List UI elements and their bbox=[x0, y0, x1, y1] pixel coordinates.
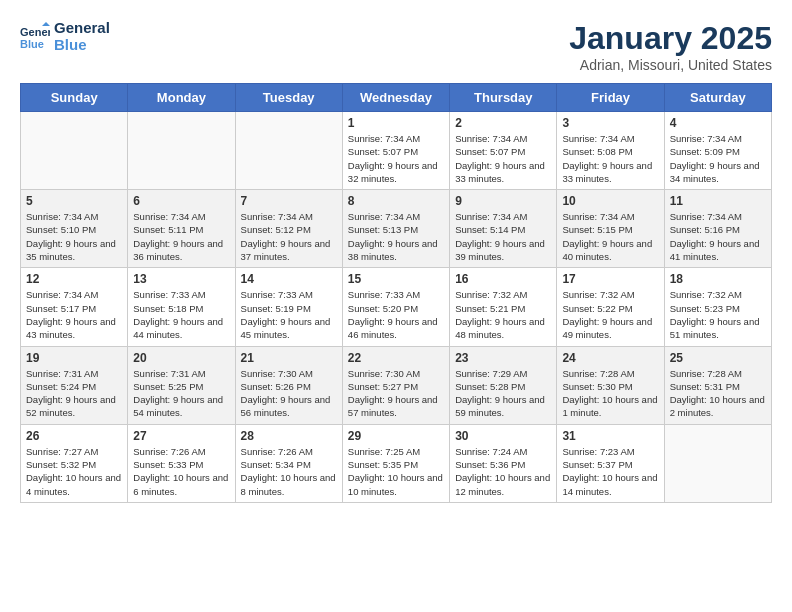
calendar-day-cell: 18Sunrise: 7:32 AM Sunset: 5:23 PM Dayli… bbox=[664, 268, 771, 346]
day-detail: Sunrise: 7:26 AM Sunset: 5:33 PM Dayligh… bbox=[133, 445, 229, 498]
day-of-week-header: Saturday bbox=[664, 84, 771, 112]
day-detail: Sunrise: 7:31 AM Sunset: 5:25 PM Dayligh… bbox=[133, 367, 229, 420]
svg-text:Blue: Blue bbox=[20, 38, 44, 50]
calendar-day-cell: 6Sunrise: 7:34 AM Sunset: 5:11 PM Daylig… bbox=[128, 190, 235, 268]
calendar-day-cell: 31Sunrise: 7:23 AM Sunset: 5:37 PM Dayli… bbox=[557, 424, 664, 502]
day-detail: Sunrise: 7:28 AM Sunset: 5:30 PM Dayligh… bbox=[562, 367, 658, 420]
day-detail: Sunrise: 7:34 AM Sunset: 5:12 PM Dayligh… bbox=[241, 210, 337, 263]
calendar-day-cell: 5Sunrise: 7:34 AM Sunset: 5:10 PM Daylig… bbox=[21, 190, 128, 268]
day-detail: Sunrise: 7:32 AM Sunset: 5:23 PM Dayligh… bbox=[670, 288, 766, 341]
day-detail: Sunrise: 7:34 AM Sunset: 5:10 PM Dayligh… bbox=[26, 210, 122, 263]
logo-icon: General Blue bbox=[20, 22, 50, 52]
day-number: 1 bbox=[348, 116, 444, 130]
day-detail: Sunrise: 7:34 AM Sunset: 5:11 PM Dayligh… bbox=[133, 210, 229, 263]
day-of-week-header: Thursday bbox=[450, 84, 557, 112]
svg-marker-2 bbox=[42, 22, 50, 26]
calendar-day-cell: 7Sunrise: 7:34 AM Sunset: 5:12 PM Daylig… bbox=[235, 190, 342, 268]
day-number: 10 bbox=[562, 194, 658, 208]
day-detail: Sunrise: 7:34 AM Sunset: 5:13 PM Dayligh… bbox=[348, 210, 444, 263]
day-number: 3 bbox=[562, 116, 658, 130]
day-number: 25 bbox=[670, 351, 766, 365]
day-number: 12 bbox=[26, 272, 122, 286]
calendar-day-cell: 26Sunrise: 7:27 AM Sunset: 5:32 PM Dayli… bbox=[21, 424, 128, 502]
month-title: January 2025 bbox=[569, 20, 772, 57]
day-detail: Sunrise: 7:34 AM Sunset: 5:17 PM Dayligh… bbox=[26, 288, 122, 341]
calendar-week-row: 1Sunrise: 7:34 AM Sunset: 5:07 PM Daylig… bbox=[21, 112, 772, 190]
day-number: 21 bbox=[241, 351, 337, 365]
day-number: 6 bbox=[133, 194, 229, 208]
day-detail: Sunrise: 7:34 AM Sunset: 5:07 PM Dayligh… bbox=[348, 132, 444, 185]
calendar-day-cell bbox=[235, 112, 342, 190]
svg-text:General: General bbox=[20, 26, 50, 38]
day-number: 19 bbox=[26, 351, 122, 365]
calendar-day-cell: 14Sunrise: 7:33 AM Sunset: 5:19 PM Dayli… bbox=[235, 268, 342, 346]
logo: General Blue GeneralBlue bbox=[20, 20, 110, 53]
calendar-day-cell: 8Sunrise: 7:34 AM Sunset: 5:13 PM Daylig… bbox=[342, 190, 449, 268]
day-number: 4 bbox=[670, 116, 766, 130]
page-header: General Blue GeneralBlue January 2025 Ad… bbox=[20, 20, 772, 73]
day-number: 15 bbox=[348, 272, 444, 286]
day-detail: Sunrise: 7:33 AM Sunset: 5:18 PM Dayligh… bbox=[133, 288, 229, 341]
day-of-week-header: Sunday bbox=[21, 84, 128, 112]
calendar-day-cell: 4Sunrise: 7:34 AM Sunset: 5:09 PM Daylig… bbox=[664, 112, 771, 190]
day-detail: Sunrise: 7:32 AM Sunset: 5:21 PM Dayligh… bbox=[455, 288, 551, 341]
day-detail: Sunrise: 7:24 AM Sunset: 5:36 PM Dayligh… bbox=[455, 445, 551, 498]
day-detail: Sunrise: 7:34 AM Sunset: 5:14 PM Dayligh… bbox=[455, 210, 551, 263]
calendar-day-cell: 30Sunrise: 7:24 AM Sunset: 5:36 PM Dayli… bbox=[450, 424, 557, 502]
calendar-day-cell: 19Sunrise: 7:31 AM Sunset: 5:24 PM Dayli… bbox=[21, 346, 128, 424]
calendar-day-cell: 29Sunrise: 7:25 AM Sunset: 5:35 PM Dayli… bbox=[342, 424, 449, 502]
day-detail: Sunrise: 7:34 AM Sunset: 5:07 PM Dayligh… bbox=[455, 132, 551, 185]
calendar-day-cell: 24Sunrise: 7:28 AM Sunset: 5:30 PM Dayli… bbox=[557, 346, 664, 424]
logo-text: GeneralBlue bbox=[54, 20, 110, 53]
day-number: 9 bbox=[455, 194, 551, 208]
day-of-week-header: Friday bbox=[557, 84, 664, 112]
day-number: 17 bbox=[562, 272, 658, 286]
calendar-day-cell: 28Sunrise: 7:26 AM Sunset: 5:34 PM Dayli… bbox=[235, 424, 342, 502]
calendar-day-cell: 17Sunrise: 7:32 AM Sunset: 5:22 PM Dayli… bbox=[557, 268, 664, 346]
day-detail: Sunrise: 7:26 AM Sunset: 5:34 PM Dayligh… bbox=[241, 445, 337, 498]
day-detail: Sunrise: 7:25 AM Sunset: 5:35 PM Dayligh… bbox=[348, 445, 444, 498]
day-number: 16 bbox=[455, 272, 551, 286]
day-number: 27 bbox=[133, 429, 229, 443]
calendar-day-cell: 11Sunrise: 7:34 AM Sunset: 5:16 PM Dayli… bbox=[664, 190, 771, 268]
day-number: 23 bbox=[455, 351, 551, 365]
day-detail: Sunrise: 7:27 AM Sunset: 5:32 PM Dayligh… bbox=[26, 445, 122, 498]
location-subtitle: Adrian, Missouri, United States bbox=[569, 57, 772, 73]
calendar-week-row: 5Sunrise: 7:34 AM Sunset: 5:10 PM Daylig… bbox=[21, 190, 772, 268]
day-number: 26 bbox=[26, 429, 122, 443]
calendar-day-cell bbox=[21, 112, 128, 190]
day-number: 7 bbox=[241, 194, 337, 208]
day-number: 31 bbox=[562, 429, 658, 443]
calendar-week-row: 12Sunrise: 7:34 AM Sunset: 5:17 PM Dayli… bbox=[21, 268, 772, 346]
day-of-week-header: Monday bbox=[128, 84, 235, 112]
day-detail: Sunrise: 7:23 AM Sunset: 5:37 PM Dayligh… bbox=[562, 445, 658, 498]
day-number: 18 bbox=[670, 272, 766, 286]
day-number: 8 bbox=[348, 194, 444, 208]
day-number: 28 bbox=[241, 429, 337, 443]
day-number: 14 bbox=[241, 272, 337, 286]
calendar-day-cell: 25Sunrise: 7:28 AM Sunset: 5:31 PM Dayli… bbox=[664, 346, 771, 424]
calendar-day-cell: 3Sunrise: 7:34 AM Sunset: 5:08 PM Daylig… bbox=[557, 112, 664, 190]
day-number: 29 bbox=[348, 429, 444, 443]
day-of-week-header: Wednesday bbox=[342, 84, 449, 112]
calendar-day-cell: 9Sunrise: 7:34 AM Sunset: 5:14 PM Daylig… bbox=[450, 190, 557, 268]
calendar-table: SundayMondayTuesdayWednesdayThursdayFrid… bbox=[20, 83, 772, 503]
calendar-day-cell: 12Sunrise: 7:34 AM Sunset: 5:17 PM Dayli… bbox=[21, 268, 128, 346]
day-detail: Sunrise: 7:34 AM Sunset: 5:15 PM Dayligh… bbox=[562, 210, 658, 263]
day-detail: Sunrise: 7:34 AM Sunset: 5:09 PM Dayligh… bbox=[670, 132, 766, 185]
calendar-day-cell: 20Sunrise: 7:31 AM Sunset: 5:25 PM Dayli… bbox=[128, 346, 235, 424]
day-number: 13 bbox=[133, 272, 229, 286]
calendar-day-cell: 21Sunrise: 7:30 AM Sunset: 5:26 PM Dayli… bbox=[235, 346, 342, 424]
calendar-day-cell: 22Sunrise: 7:30 AM Sunset: 5:27 PM Dayli… bbox=[342, 346, 449, 424]
calendar-header-row: SundayMondayTuesdayWednesdayThursdayFrid… bbox=[21, 84, 772, 112]
day-number: 11 bbox=[670, 194, 766, 208]
calendar-day-cell: 15Sunrise: 7:33 AM Sunset: 5:20 PM Dayli… bbox=[342, 268, 449, 346]
day-detail: Sunrise: 7:30 AM Sunset: 5:26 PM Dayligh… bbox=[241, 367, 337, 420]
day-of-week-header: Tuesday bbox=[235, 84, 342, 112]
day-detail: Sunrise: 7:33 AM Sunset: 5:19 PM Dayligh… bbox=[241, 288, 337, 341]
title-area: January 2025 Adrian, Missouri, United St… bbox=[569, 20, 772, 73]
day-detail: Sunrise: 7:28 AM Sunset: 5:31 PM Dayligh… bbox=[670, 367, 766, 420]
calendar-day-cell bbox=[664, 424, 771, 502]
day-detail: Sunrise: 7:34 AM Sunset: 5:08 PM Dayligh… bbox=[562, 132, 658, 185]
calendar-week-row: 19Sunrise: 7:31 AM Sunset: 5:24 PM Dayli… bbox=[21, 346, 772, 424]
